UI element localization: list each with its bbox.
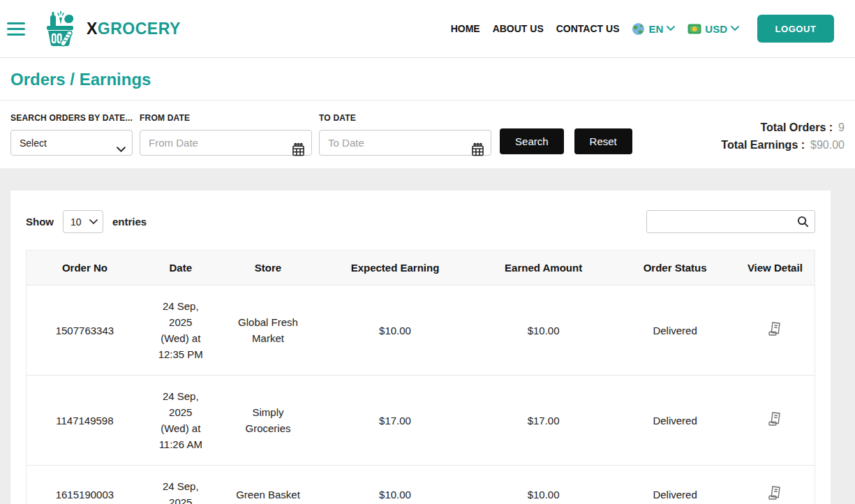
cell-date: 24 Sep, 2025 (Wed) at 11:26 AM <box>143 376 218 466</box>
page-title: Orders / Earnings <box>10 70 845 89</box>
cell-earned-amount: $10.00 <box>473 466 615 504</box>
col-header-earned-amount: Earned Amount <box>473 251 615 286</box>
receipt-icon <box>766 320 783 338</box>
language-selector[interactable]: EN <box>632 22 675 36</box>
col-header-date: Date <box>143 251 218 286</box>
title-bar: Orders / Earnings <box>0 58 855 101</box>
table-header-row: Order No Date Store Expected Earning Ear… <box>27 251 815 286</box>
nav-home[interactable]: HOME <box>451 23 480 34</box>
reset-button[interactable]: Reset <box>574 128 632 154</box>
brand-x: X <box>87 20 98 38</box>
search-icon[interactable] <box>796 215 810 228</box>
view-detail-button[interactable] <box>765 482 785 504</box>
search-by-date-field: SEARCH ORDERS BY DATE... Select <box>10 113 133 156</box>
search-by-date-select[interactable]: Select <box>10 130 133 156</box>
cell-expected-earning: $10.00 <box>318 286 472 376</box>
chevron-down-icon <box>731 26 739 31</box>
col-header-store: Store <box>218 251 318 286</box>
cell-order-status: Delivered <box>614 376 735 466</box>
cell-date: 24 Sep, 2025 <box>143 466 218 504</box>
receipt-icon <box>766 410 783 428</box>
brand-name[interactable]: XGROCERY <box>87 20 181 38</box>
table-row: 1507763343 24 Sep, 2025 (Wed) at 12:35 P… <box>27 286 815 376</box>
cell-earned-amount: $17.00 <box>473 376 615 466</box>
entries-label: entries <box>112 216 147 228</box>
currency-selector[interactable]: USD <box>687 23 739 35</box>
hamburger-menu-icon[interactable] <box>7 22 25 36</box>
to-date-field: TO DATE <box>319 113 491 156</box>
calendar-icon[interactable] <box>470 142 485 157</box>
filters-bar: SEARCH ORDERS BY DATE... Select FROM DAT… <box>0 101 855 168</box>
cell-earned-amount: $10.00 <box>473 286 615 376</box>
calendar-icon[interactable] <box>291 142 306 157</box>
main-nav: HOME ABOUT US CONTACT US EN USD LOGOUT <box>451 15 834 43</box>
cell-order-no: 1615190003 <box>27 466 143 504</box>
from-date-field: FROM DATE <box>140 113 312 156</box>
table-row: 1147149598 24 Sep, 2025 (Wed) at 11:26 A… <box>27 376 815 466</box>
to-date-label: TO DATE <box>319 113 491 123</box>
total-orders-label: Total Orders : <box>760 121 833 134</box>
grocery-basket-logo-icon <box>40 9 80 48</box>
search-button[interactable]: Search <box>500 128 564 154</box>
orders-table: Order No Date Store Expected Earning Ear… <box>26 250 815 504</box>
cell-expected-earning: $10.00 <box>318 466 472 504</box>
view-detail-button[interactable] <box>765 318 785 341</box>
cell-order-status: Delivered <box>614 466 735 504</box>
globe-icon <box>632 22 645 36</box>
table-search-input[interactable] <box>646 210 815 233</box>
cell-order-no: 1507763343 <box>27 286 143 376</box>
table-controls: Show 10 entries <box>26 210 815 233</box>
entries-per-page-select[interactable]: 10 <box>63 210 103 233</box>
chevron-down-icon <box>667 26 675 31</box>
col-header-order-no: Order No <box>27 251 143 286</box>
currency-label: USD <box>705 23 727 35</box>
cell-store: Global Fresh Market <box>218 286 318 376</box>
col-header-expected-earning: Expected Earning <box>318 251 472 286</box>
language-label: EN <box>648 23 663 35</box>
total-earnings-label: Total Earnings : <box>721 139 805 151</box>
orders-table-card: Show 10 entries Order No Date Store <box>10 191 831 504</box>
table-row: 1615190003 24 Sep, 2025 Green Basket $10… <box>27 466 815 504</box>
nav-about-us[interactable]: ABOUT US <box>493 23 544 34</box>
cell-order-no: 1147149598 <box>27 376 143 466</box>
logout-button[interactable]: LOGOUT <box>757 15 834 43</box>
show-label: Show <box>26 216 54 228</box>
to-date-input[interactable] <box>319 130 491 156</box>
filter-actions: Search Reset <box>500 113 632 154</box>
view-detail-button[interactable] <box>765 408 785 431</box>
search-by-date-label: SEARCH ORDERS BY DATE... <box>10 113 133 123</box>
total-earnings-value: $90.00 <box>810 139 845 151</box>
cell-store: Green Basket <box>218 466 318 504</box>
cell-date: 24 Sep, 2025 (Wed) at 12:35 PM <box>143 286 218 376</box>
top-header: XGROCERY HOME ABOUT US CONTACT US EN USD <box>0 0 855 58</box>
receipt-icon <box>766 484 783 502</box>
cell-order-status: Delivered <box>614 286 735 376</box>
cell-expected-earning: $17.00 <box>318 376 472 466</box>
col-header-view-detail: View Detail <box>736 251 815 286</box>
col-header-order-status: Order Status <box>614 251 735 286</box>
nav-contact-us[interactable]: CONTACT US <box>556 23 620 34</box>
banknote-icon <box>687 24 701 34</box>
from-date-label: FROM DATE <box>140 113 312 123</box>
brand-rest: GROCERY <box>98 20 181 38</box>
from-date-input[interactable] <box>140 130 312 156</box>
totals-summary: Total Orders : 9 Total Earnings : $90.00 <box>721 113 845 156</box>
total-orders-value: 9 <box>838 121 845 134</box>
cell-store: Simply Groceries <box>218 376 318 466</box>
